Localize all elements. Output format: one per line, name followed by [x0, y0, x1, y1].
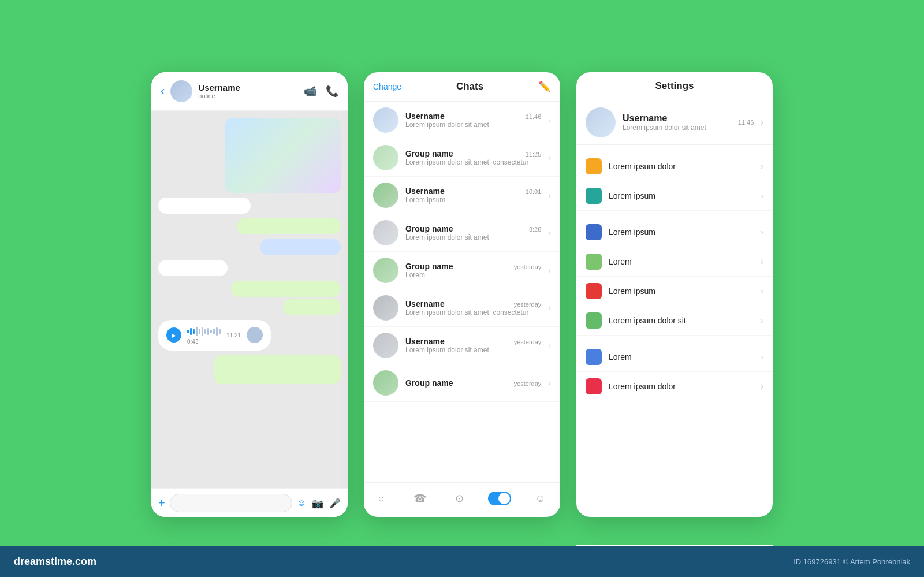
- username: Username: [198, 83, 298, 92]
- profile-info: Username Lorem ipsum dolor sit amet: [623, 113, 731, 132]
- back-button[interactable]: ‹: [161, 84, 165, 99]
- settings-item-label: Lorem ipsum: [609, 286, 754, 296]
- settings-item[interactable]: Lorem ipsum dolor sit ›: [576, 306, 773, 336]
- chat-header: ‹ Username online 📹 📞: [151, 72, 348, 111]
- tab-camera-icon[interactable]: ⊙: [450, 487, 468, 509]
- settings-item-icon: [586, 188, 602, 204]
- chat-time: yesterday: [514, 301, 542, 308]
- video-call-icon[interactable]: 📹: [304, 85, 316, 98]
- chevron-icon: ›: [548, 116, 551, 125]
- chat-name: Username: [405, 337, 445, 346]
- settings-title: Settings: [655, 80, 694, 91]
- settings-item-label: Lorem ipsum dolor sit: [609, 316, 754, 325]
- settings-item[interactable]: Lorem ipsum ›: [576, 218, 773, 247]
- voice-avatar: [247, 327, 263, 343]
- chat-item[interactable]: Username 11:46 Lorem ipsum dolor sit ame…: [364, 102, 560, 139]
- chat-list: Username 11:46 Lorem ipsum dolor sit ame…: [364, 102, 560, 482]
- phone-chats: Change Chats ✏️ Username 11:46 Lorem ips…: [364, 72, 560, 517]
- chat-item-content: Group name yesterday Lorem: [405, 262, 541, 279]
- avatar: [170, 80, 192, 102]
- phone-call-icon[interactable]: 📞: [326, 85, 338, 98]
- chevron-icon: ›: [761, 118, 763, 127]
- tab-chats-icon[interactable]: ○: [374, 488, 389, 509]
- chat-time: 11:46: [526, 113, 542, 120]
- chevron-icon: ›: [761, 162, 763, 171]
- chevron-icon: ›: [761, 316, 763, 325]
- chevron-icon: ›: [548, 266, 551, 275]
- chevron-icon: ›: [761, 191, 763, 200]
- chat-preview: Lorem ipsum dolor sit amet, consectetur: [405, 158, 541, 166]
- phones-container: ‹ Username online 📹 📞: [151, 61, 773, 517]
- chat-item[interactable]: Group name 8:28 Lorem ipsum dolor sit am…: [364, 214, 560, 252]
- header-icons: 📹 📞: [304, 85, 338, 98]
- chat-item[interactable]: Group name yesterday ›: [364, 364, 560, 402]
- change-button[interactable]: Change: [373, 82, 401, 91]
- chevron-icon: ›: [761, 286, 763, 296]
- avatar: [373, 183, 398, 208]
- chat-item[interactable]: Username yesterday Lorem ipsum dolor sit…: [364, 327, 560, 364]
- chat-time: yesterday: [514, 380, 542, 387]
- settings-section-1: Lorem ipsum dolor › Lorem ipsum ›: [576, 152, 773, 211]
- message-bubble: [260, 239, 341, 255]
- message-bubble: [231, 281, 341, 297]
- chat-item[interactable]: Group name yesterday Lorem ›: [364, 252, 560, 289]
- chevron-icon: ›: [548, 153, 551, 162]
- settings-profile[interactable]: Username Lorem ipsum dolor sit amet 11:4…: [576, 100, 773, 145]
- chats-title: Chats: [456, 81, 483, 92]
- profile-avatar: [586, 107, 616, 137]
- tab-toggle[interactable]: [488, 492, 511, 505]
- chevron-icon: ›: [761, 257, 763, 266]
- phone-chat: ‹ Username online 📹 📞: [151, 72, 348, 517]
- phone-settings: Settings Username Lorem ipsum dolor sit …: [576, 72, 773, 517]
- settings-item-icon: [586, 254, 602, 270]
- profile-time: 11:46: [738, 119, 754, 126]
- tab-settings-icon[interactable]: ☺: [531, 488, 550, 509]
- settings-item-icon: [586, 224, 602, 240]
- chat-image: [225, 118, 341, 193]
- dreamstime-logo: dreamstime.com: [14, 556, 96, 568]
- profile-subtitle: Lorem ipsum dolor sit amet: [623, 124, 731, 132]
- chat-item[interactable]: Username 10:01 Lorem ipsum ›: [364, 177, 560, 214]
- message-input[interactable]: [170, 494, 292, 512]
- chevron-icon: ›: [548, 303, 551, 312]
- chat-input-bar: + ☺ 📷 🎤: [151, 488, 348, 517]
- settings-item[interactable]: Lorem ›: [576, 343, 773, 372]
- avatar: [373, 220, 398, 245]
- input-icons: ☺ 📷 🎤: [297, 498, 341, 509]
- camera-icon[interactable]: 📷: [312, 498, 323, 509]
- chat-preview: Lorem ipsum dolor sit amet: [405, 121, 541, 129]
- chevron-icon: ›: [548, 228, 551, 237]
- tab-calls-icon[interactable]: ☎: [409, 487, 431, 509]
- chevron-icon: ›: [761, 352, 763, 362]
- settings-item[interactable]: Lorem ipsum dolor ›: [576, 372, 773, 401]
- chats-header: Change Chats ✏️: [364, 72, 560, 102]
- settings-item[interactable]: Lorem ipsum ›: [576, 277, 773, 306]
- play-button[interactable]: ▶: [166, 327, 181, 343]
- settings-item-label: Lorem ipsum dolor: [609, 382, 754, 391]
- settings-item-icon: [586, 349, 602, 365]
- message-bubble: [158, 198, 251, 214]
- settings-item-label: Lorem: [609, 352, 754, 362]
- chat-preview: Lorem ipsum: [405, 196, 541, 204]
- chevron-icon: ›: [548, 378, 551, 388]
- settings-item[interactable]: Lorem ›: [576, 247, 773, 277]
- chat-item[interactable]: Group name 11:25 Lorem ipsum dolor sit a…: [364, 139, 560, 177]
- compose-icon[interactable]: ✏️: [538, 80, 551, 93]
- settings-item[interactable]: Lorem ipsum dolor ›: [576, 152, 773, 181]
- chat-time: 8:28: [529, 226, 541, 233]
- tab-bar: ○ ☎ ⊙ ☺: [364, 482, 560, 515]
- chat-item[interactable]: Username yesterday Lorem ipsum dolor sit…: [364, 289, 560, 327]
- attach-button[interactable]: +: [158, 497, 165, 510]
- user-info: Username online: [198, 83, 298, 99]
- chevron-icon: ›: [761, 382, 763, 391]
- settings-section-3: Lorem › Lorem ipsum dolor ›: [576, 343, 773, 401]
- chat-item-content: Group name yesterday: [405, 378, 541, 388]
- emoji-icon[interactable]: ☺: [297, 498, 306, 509]
- chat-preview: Lorem ipsum dolor sit amet: [405, 233, 541, 241]
- chevron-icon: ›: [548, 341, 551, 350]
- chat-name: Username: [405, 187, 445, 196]
- mic-icon[interactable]: 🎤: [329, 498, 341, 509]
- message-bubble: [158, 260, 228, 276]
- settings-item-label: Lorem ipsum: [609, 191, 754, 200]
- settings-item[interactable]: Lorem ipsum ›: [576, 181, 773, 211]
